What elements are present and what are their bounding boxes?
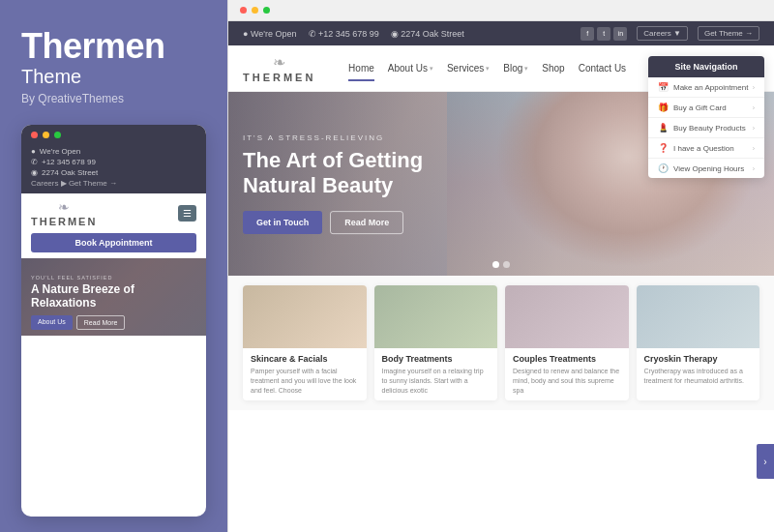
right-panel: ● We're Open ✆ +12 345 678 99 ◉ 2274 Oak… [227, 0, 774, 532]
nav-blog[interactable]: Blog ▾ [503, 63, 528, 74]
mobile-hero-content: YOU'LL FEEL SATISFIED A Nature Breeze of… [31, 275, 196, 330]
mobile-logo: ❧ THERMEN [31, 199, 97, 227]
widget-gift-card[interactable]: 🎁 Buy a Gift Card › [648, 98, 764, 118]
clock-icon: 🕐 [658, 163, 669, 173]
service-card-3[interactable]: Couples Treatments Designed to renew and… [505, 285, 629, 400]
hero-dots [492, 261, 510, 268]
services-grid: Skincare & Facials Pamper yourself with … [243, 285, 759, 400]
arrow-icon: › [753, 84, 755, 91]
open-icon: ● [31, 147, 36, 156]
location-icon: ◉ [31, 168, 38, 177]
site-logo-flower-icon: ❧ [273, 53, 285, 72]
browser-chrome [228, 0, 774, 21]
get-in-touch-button[interactable]: Get in Touch [243, 211, 322, 234]
hero-content: IT'S A STRESS-RELIEVING The Art of Getti… [243, 133, 423, 234]
social-icons: f t in [580, 27, 627, 41]
nav-home[interactable]: Home [348, 63, 374, 74]
brand-by: By QreativeThemes [21, 92, 206, 105]
widget-opening-hours[interactable]: 🕐 View Opening Hours › [648, 159, 764, 178]
browser-dot-yellow [252, 7, 258, 14]
left-panel: Thermen Theme By QreativeThemes ● We're … [0, 0, 227, 532]
gift-icon: 🎁 [658, 103, 669, 112]
twitter-icon[interactable]: t [597, 27, 610, 41]
mobile-careers-row: Careers ▶ Get Theme → [31, 179, 196, 188]
hero-buttons: Get in Touch Read More [243, 211, 423, 234]
brand-title: Thermen [21, 27, 206, 66]
mobile-nav: ❧ THERMEN ☰ [21, 193, 206, 233]
browser-dot-red [240, 7, 247, 14]
site-top-bar: ● We're Open ✆ +12 345 678 99 ◉ 2274 Oak… [228, 21, 774, 45]
scroll-right-button[interactable]: › [757, 444, 774, 479]
service-image-2 [374, 285, 498, 348]
widget-question[interactable]: ❓ I have a Question › [648, 138, 764, 159]
service-card-4[interactable]: Cryoskin Therapy Cryotherapy was introdu… [637, 285, 760, 400]
widget-appointment[interactable]: 📅 Make an Appointment › [648, 77, 764, 98]
site-menu: Home About Us ▾ Services ▾ Blog ▾ Shop C… [348, 63, 626, 74]
site-navigation-widget: Site Navigation 📅 Make an Appointment › … [648, 56, 764, 178]
question-icon: ❓ [658, 143, 669, 153]
mobile-top-bar [21, 125, 206, 143]
site-open-status: ● We're Open [243, 29, 297, 39]
mobile-hero-buttons: About Us Read More [31, 315, 196, 330]
service-image-4 [637, 285, 760, 348]
nav-blog-caret: ▾ [524, 65, 528, 73]
service-desc-4: Cryotherapy was introduced as a treatmen… [644, 367, 753, 386]
service-info-3: Couples Treatments Designed to renew and… [505, 348, 629, 400]
nav-shop[interactable]: Shop [542, 63, 564, 74]
widget-beauty-products[interactable]: 💄 Buy Beauty Products › [648, 118, 764, 138]
site-top-left: ● We're Open ✆ +12 345 678 99 ◉ 2274 Oak… [243, 29, 464, 39]
arrow-icon: › [753, 165, 755, 172]
service-card-2[interactable]: Body Treatments Imagine yourself on a re… [374, 285, 498, 400]
logo-flower-icon: ❧ [31, 199, 97, 215]
beauty-icon: 💄 [658, 123, 669, 133]
hero-title: The Art of Getting Natural Beauty [243, 148, 423, 199]
arrow-icon: › [753, 104, 755, 111]
phone-icon: ✆ [31, 158, 38, 166]
mobile-about-button[interactable]: About Us [31, 315, 73, 330]
arrow-icon: › [753, 145, 755, 152]
site-top-right: f t in Careers ▼ Get Theme → [580, 26, 759, 41]
brand-subtitle: Theme [21, 66, 206, 88]
mobile-info-open: ● We're Open [31, 147, 196, 156]
read-more-button[interactable]: Read More [330, 211, 403, 234]
service-desc-3: Designed to renew and balance the mind, … [513, 367, 621, 395]
service-title-4: Cryoskin Therapy [644, 354, 753, 364]
hero-dot-2[interactable] [503, 261, 510, 268]
service-title-1: Skincare & Facials [251, 354, 359, 364]
service-image-3 [505, 285, 629, 348]
site-phone: ✆ +12 345 678 99 [309, 29, 379, 39]
mobile-hero: YOU'LL FEEL SATISFIED A Nature Breeze of… [21, 258, 206, 336]
nav-contact[interactable]: Contact Us [579, 63, 626, 74]
dot-red [31, 132, 38, 138]
nav-about[interactable]: About Us ▾ [388, 63, 433, 74]
mobile-preview-card: ● We're Open ✆ +12 345 678 99 ◉ 2274 Oak… [21, 125, 206, 517]
arrow-icon: › [753, 125, 755, 132]
mobile-book-button[interactable]: Book Appointment [31, 233, 196, 252]
nav-services-caret: ▾ [486, 65, 490, 73]
mobile-info-phone: ✆ +12 345 678 99 [31, 158, 196, 166]
mobile-readmore-button[interactable]: Read More [76, 315, 126, 330]
facebook-icon[interactable]: f [580, 27, 594, 41]
service-info-2: Body Treatments Imagine yourself on a re… [374, 348, 498, 400]
hamburger-button[interactable]: ☰ [178, 205, 196, 222]
mobile-info-bar: ● We're Open ✆ +12 345 678 99 ◉ 2274 Oak… [21, 143, 206, 193]
dot-green [54, 132, 61, 138]
service-card-1[interactable]: Skincare & Facials Pamper yourself with … [243, 285, 367, 400]
service-title-2: Body Treatments [382, 354, 491, 364]
site-address: ◉ 2274 Oak Street [391, 29, 464, 39]
nav-services[interactable]: Services ▾ [447, 63, 490, 74]
service-image-1 [243, 285, 367, 348]
nav-about-caret: ▾ [430, 65, 433, 73]
browser-dot-green [263, 7, 270, 14]
service-desc-1: Pamper yourself with a facial treatment … [251, 367, 359, 395]
get-theme-button[interactable]: Get Theme → [698, 26, 759, 41]
site-logo: ❧ THERMEN [243, 53, 315, 83]
careers-button[interactable]: Careers ▼ [637, 26, 688, 41]
service-info-1: Skincare & Facials Pamper yourself with … [243, 348, 367, 400]
dot-yellow [43, 132, 49, 138]
services-section: Skincare & Facials Pamper yourself with … [228, 276, 774, 410]
widget-header: Site Navigation [648, 56, 764, 77]
hero-dot-1[interactable] [492, 261, 499, 268]
linkedin-icon[interactable]: in [613, 27, 627, 41]
service-desc-2: Imagine yourself on a relaxing trip to s… [382, 367, 491, 395]
